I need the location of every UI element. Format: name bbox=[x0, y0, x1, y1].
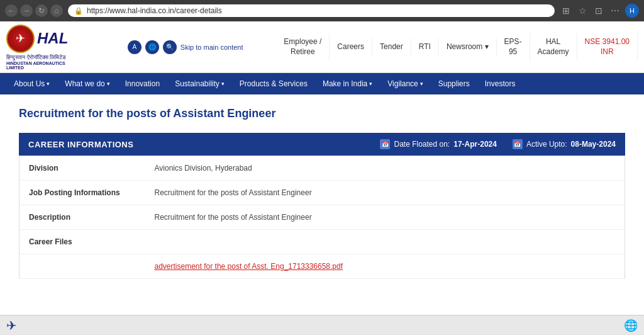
suppliers-label: Suppliers bbox=[438, 79, 470, 88]
nav-sustainability[interactable]: Sustainability ▾ bbox=[167, 73, 232, 94]
empty-label: Career Files bbox=[19, 230, 145, 254]
sustainability-label: Sustainability bbox=[175, 79, 219, 88]
home-button[interactable]: ⌂ bbox=[50, 4, 63, 17]
active-upto: 📅 Active Upto: 08-May-2024 bbox=[513, 139, 616, 149]
make-in-india-label: Make in India bbox=[323, 79, 367, 88]
career-table: DivisionAvionics Division, HyderabadJob … bbox=[19, 156, 625, 279]
career-info-title: CAREER INFORMATIONS bbox=[28, 140, 133, 149]
star-button[interactable]: ☆ bbox=[576, 4, 589, 17]
nav-about-us[interactable]: About Us ▾ bbox=[6, 73, 57, 94]
top-nav-rti[interactable]: RTI bbox=[411, 38, 439, 56]
career-info-header: CAREER INFORMATIONS 📅 Date Floated on: 1… bbox=[19, 133, 625, 156]
url-text: https://www.hal-india.co.in/career-detai… bbox=[87, 6, 222, 15]
hal-english-text: HINDUSTAN AERONAUTICS LIMITED bbox=[6, 61, 82, 70]
skip-link[interactable]: Skip to main content bbox=[180, 43, 243, 51]
page-content: Recruitment for the posts of Assistant E… bbox=[0, 94, 644, 315]
active-upto-label: Active Upto: bbox=[526, 140, 567, 149]
sustainability-arrow: ▾ bbox=[221, 81, 225, 87]
row-label: Job Posting Informations bbox=[19, 181, 145, 205]
main-nav: About Us ▾ What we do ▾ Innovation Susta… bbox=[0, 73, 644, 94]
nav-vigilance[interactable]: Vigilance ▾ bbox=[380, 73, 430, 94]
nse-price[interactable]: NSE 3941.00INR bbox=[577, 33, 638, 60]
make-in-india-arrow: ▾ bbox=[369, 81, 372, 87]
reload-button[interactable]: ↻ bbox=[35, 4, 48, 17]
profile-icon[interactable]: H bbox=[625, 4, 639, 18]
table-row: Job Posting InformationsRecruitment for … bbox=[19, 181, 625, 205]
about-us-label: About Us bbox=[14, 79, 45, 88]
date-floated-label: Date Floated on: bbox=[394, 140, 450, 149]
top-nav-newsroom[interactable]: Newsroom ▾ bbox=[439, 38, 497, 56]
investors-label: Investors bbox=[485, 79, 516, 88]
nav-innovation[interactable]: Innovation bbox=[118, 73, 167, 94]
top-nav-eps[interactable]: EPS-95 bbox=[497, 33, 530, 60]
extensions-button[interactable]: ⊞ bbox=[560, 4, 572, 17]
forward-button[interactable]: → bbox=[20, 4, 33, 17]
table-row-file: advertisement for the post of Asst. Eng_… bbox=[19, 254, 625, 279]
hal-emblem bbox=[6, 25, 35, 53]
browser-chrome: ← → ↻ ⌂ 🔒 https://www.hal-india.co.in/ca… bbox=[0, 0, 644, 21]
table-row: DescriptionRecruitment for the posts of … bbox=[19, 205, 625, 230]
about-us-arrow: ▾ bbox=[47, 81, 50, 87]
table-row: DivisionAvionics Division, Hyderabad bbox=[19, 156, 625, 181]
date-floated-value: 17-Apr-2024 bbox=[453, 140, 497, 149]
browser-actions: ⊞ ☆ ⊡ ⋯ H bbox=[560, 4, 639, 18]
career-dates: 📅 Date Floated on: 17-Apr-2024 📅 Active … bbox=[380, 139, 616, 149]
browser-nav-buttons: ← → ↻ ⌂ bbox=[5, 4, 63, 17]
top-utility-area: A 🌐 🔍 Skip to main content bbox=[128, 40, 243, 54]
row-value: Avionics Division, Hyderabad bbox=[145, 156, 625, 181]
row-value: Recruitment for the posts of Assistant E… bbox=[145, 205, 625, 230]
main-nav-inner: About Us ▾ What we do ▾ Innovation Susta… bbox=[6, 73, 638, 94]
hal-logo: HAL हिन्दुस्तान ऐरोनॉटिक्स लिमिटेड HINDU… bbox=[6, 25, 82, 70]
date-floated: 📅 Date Floated on: 17-Apr-2024 bbox=[380, 139, 496, 149]
top-nav-academy[interactable]: HALAcademy bbox=[530, 33, 577, 60]
nav-investors[interactable]: Investors bbox=[477, 73, 523, 94]
active-upto-value: 08-May-2024 bbox=[571, 140, 616, 149]
bookmark-button[interactable]: ⊡ bbox=[592, 4, 605, 17]
empty-value bbox=[145, 230, 625, 254]
lock-icon: 🔒 bbox=[74, 7, 83, 15]
what-we-do-label: What we do bbox=[65, 79, 104, 88]
nav-products-services[interactable]: Products & Services bbox=[232, 73, 315, 94]
top-nav-employee[interactable]: Employee /Retiree bbox=[276, 33, 330, 60]
page-title: Recruitment for the posts of Assistant E… bbox=[19, 107, 625, 120]
vigilance-arrow: ▾ bbox=[420, 81, 423, 87]
nav-make-in-india[interactable]: Make in India ▾ bbox=[315, 73, 380, 94]
top-nav-links: Employee /Retiree Careers Tender RTI New… bbox=[276, 33, 638, 60]
hal-hindi-text: हिन्दुस्तान ऐरोनॉटिक्स लिमिटेड bbox=[6, 54, 66, 61]
top-nav-careers[interactable]: Careers bbox=[330, 38, 372, 56]
table-row-empty: Career Files bbox=[19, 230, 625, 254]
back-button[interactable]: ← bbox=[5, 4, 18, 17]
innovation-label: Innovation bbox=[125, 79, 160, 88]
accessibility-icon[interactable]: A bbox=[128, 40, 142, 54]
career-file-link[interactable]: advertisement for the post of Asst. Eng_… bbox=[155, 262, 343, 271]
calendar-icon-1: 📅 bbox=[380, 139, 390, 149]
calendar-icon-2: 📅 bbox=[513, 139, 523, 149]
what-we-do-arrow: ▾ bbox=[107, 81, 110, 87]
row-value: Recruitment for the posts of Assistant E… bbox=[145, 181, 625, 205]
top-header: HAL हिन्दुस्तान ऐरोनॉटिक्स लिमिटेड HINDU… bbox=[0, 21, 644, 73]
logo: HAL हिन्दुस्तान ऐरोनॉटिक्स लिमिटेड HINDU… bbox=[6, 26, 82, 67]
row-label: Description bbox=[19, 205, 145, 230]
nav-what-we-do[interactable]: What we do ▾ bbox=[57, 73, 117, 94]
settings-button[interactable]: ⋯ bbox=[609, 4, 621, 17]
logo-area: HAL हिन्दुस्तान ऐरोनॉटिक्स लिमिटेड HINDU… bbox=[6, 21, 82, 72]
row-label: Division bbox=[19, 156, 145, 181]
nav-suppliers[interactable]: Suppliers bbox=[431, 73, 477, 94]
globe-icon[interactable]: 🌐 bbox=[145, 40, 159, 54]
file-value: advertisement for the post of Asst. Eng_… bbox=[145, 254, 625, 279]
vigilance-label: Vigilance bbox=[387, 79, 418, 88]
file-label bbox=[19, 254, 145, 279]
products-services-label: Products & Services bbox=[240, 79, 308, 88]
top-nav-tender[interactable]: Tender bbox=[372, 38, 411, 56]
address-bar[interactable]: 🔒 https://www.hal-india.co.in/career-det… bbox=[68, 4, 555, 17]
hal-brand-text: HAL bbox=[37, 30, 68, 47]
search-icon[interactable]: 🔍 bbox=[163, 40, 177, 54]
